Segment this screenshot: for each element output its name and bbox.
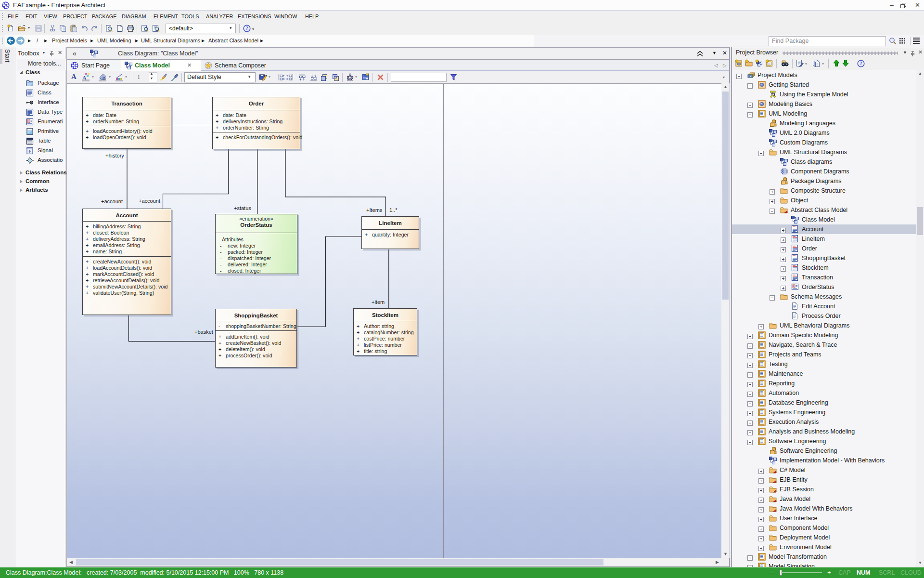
svg-text:?: ? xyxy=(860,61,862,66)
svg-text:?: ? xyxy=(246,26,248,31)
svg-text:E: E xyxy=(793,284,795,288)
svg-text:E: E xyxy=(27,119,30,123)
